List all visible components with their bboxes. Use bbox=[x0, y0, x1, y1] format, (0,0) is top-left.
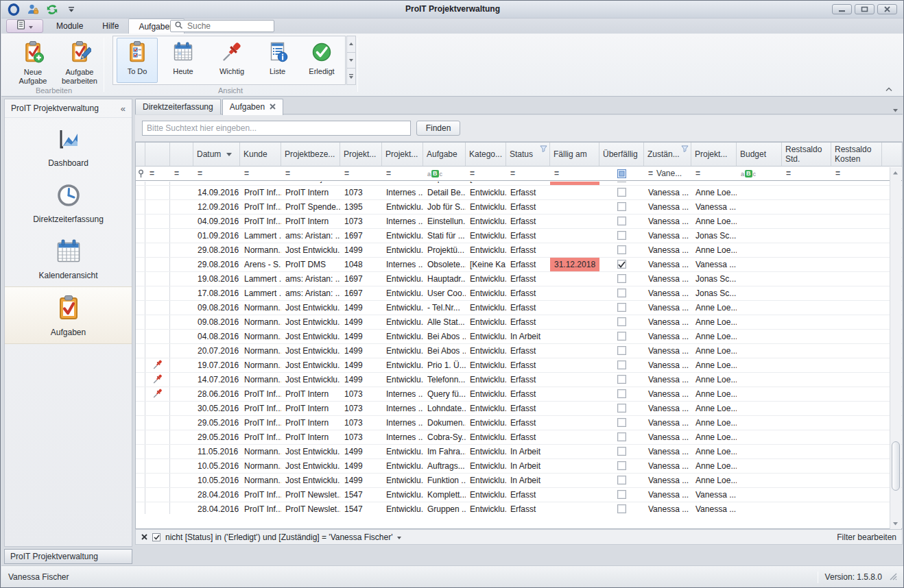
pin-cell[interactable] bbox=[145, 215, 170, 228]
ueberfaellig-checkbox[interactable] bbox=[617, 245, 626, 254]
cell-projektbez[interactable]: ProIT Intern bbox=[281, 402, 340, 415]
cell-datum[interactable]: 17.08.2016 bbox=[193, 286, 240, 300]
cell-flag[interactable] bbox=[170, 459, 193, 473]
cell-restsaldo-kosten[interactable] bbox=[831, 416, 882, 430]
table-row[interactable]: 17.08.2016Lammert ...ams: Aristan: ...16… bbox=[136, 286, 902, 301]
cell-projektnr[interactable]: 1547 bbox=[340, 488, 382, 502]
cell-aufgabe[interactable]: Dokumen... bbox=[423, 416, 466, 430]
pin-cell[interactable] bbox=[145, 182, 170, 185]
cell-kategorie[interactable]: Entwicklu... bbox=[466, 416, 506, 430]
cell-datum[interactable]: 10.05.2016 bbox=[193, 474, 240, 487]
cell-faellig[interactable] bbox=[550, 182, 599, 185]
cell-zustaendig[interactable]: Vanessa ... bbox=[644, 502, 691, 514]
cell-budget[interactable] bbox=[737, 474, 782, 487]
cell-restsaldo-kosten[interactable] bbox=[831, 200, 882, 214]
cell-projektleiter[interactable]: Anne Loe... bbox=[691, 416, 737, 430]
cell-aufgabe[interactable]: Komplett... bbox=[423, 488, 466, 502]
cell-projektbez[interactable]: ProIT Spende... bbox=[281, 200, 340, 214]
cell-faellig[interactable] bbox=[550, 387, 599, 401]
cell-projektleiter[interactable]: Anne Loe... bbox=[691, 301, 737, 315]
cell-budget[interactable] bbox=[737, 301, 782, 315]
cell-ueberfaellig[interactable] bbox=[599, 215, 644, 228]
cell-status[interactable]: Erfasst bbox=[506, 258, 550, 271]
cell-projektnr[interactable]: 1499 bbox=[340, 301, 382, 315]
cell-zustaendig[interactable]: Vanessa ... bbox=[644, 286, 691, 300]
cell-projektart[interactable]: Internes ... bbox=[382, 430, 423, 444]
cell-faellig[interactable] bbox=[550, 402, 599, 415]
cell-zustaendig[interactable]: Vanessa ... bbox=[644, 315, 691, 329]
cell-kategorie[interactable]: Entwicklu... bbox=[466, 445, 506, 458]
cell-status[interactable]: In Arbeit bbox=[506, 182, 550, 185]
cell-status[interactable]: Erfasst bbox=[506, 373, 550, 387]
doc-tab-aufgaben[interactable]: Aufgaben bbox=[222, 99, 283, 115]
column-header-kunde[interactable]: Kunde bbox=[240, 143, 281, 166]
filter-cell-aufgabe[interactable]: aBc bbox=[423, 167, 466, 180]
cell-aufgabe[interactable]: Projektü... bbox=[423, 243, 466, 257]
table-row[interactable]: 30.05.2016ProIT Inf...ProIT Intern1073In… bbox=[136, 402, 902, 416]
cell-flag[interactable] bbox=[170, 200, 193, 214]
cell-kunde[interactable]: Normann... bbox=[240, 344, 281, 358]
pin-cell[interactable] bbox=[145, 243, 170, 257]
resize-grip[interactable] bbox=[889, 572, 897, 583]
cell-zustaendig[interactable]: Vanessa ... bbox=[644, 416, 691, 430]
cell-zustaendig[interactable]: Vanessa ... bbox=[644, 182, 691, 185]
column-header-status[interactable]: Status bbox=[506, 143, 550, 166]
cell-status[interactable]: Erfasst bbox=[506, 243, 550, 257]
cell-status[interactable]: Erfasst bbox=[506, 229, 550, 243]
cell-budget[interactable] bbox=[737, 488, 782, 502]
cell-faellig[interactable] bbox=[550, 186, 599, 199]
cell-projektbez[interactable]: ProIT Newslet... bbox=[281, 488, 340, 502]
cell-budget[interactable] bbox=[737, 215, 782, 228]
cell-restsaldo-std[interactable] bbox=[782, 387, 831, 401]
column-header-projektbez[interactable]: Projektbeze... bbox=[281, 143, 340, 166]
cell-faellig[interactable] bbox=[550, 502, 599, 514]
cell-datum[interactable]: 14.07.2016 bbox=[193, 373, 240, 387]
cell-faellig[interactable] bbox=[550, 200, 599, 214]
cell-projektbez[interactable]: Jost Entwicklu... bbox=[281, 459, 340, 473]
cell-kategorie[interactable]: Entwicklu... bbox=[466, 459, 506, 473]
cell-kategorie[interactable]: Entwicklu... bbox=[466, 315, 506, 329]
cell-zustaendig[interactable]: Vanessa ... bbox=[644, 445, 691, 458]
cell-kunde[interactable]: ProIT Inf... bbox=[240, 488, 281, 502]
cell-projektbez[interactable]: Jost Entwicklu... bbox=[281, 301, 340, 315]
cell-status[interactable]: Erfasst bbox=[506, 387, 550, 401]
cell-flag[interactable] bbox=[170, 416, 193, 430]
filter-cell-projektleiter[interactable]: = bbox=[691, 167, 737, 180]
column-header-kategorie[interactable]: Katego... bbox=[466, 143, 506, 166]
table-row[interactable]: 28.04.2016ProIT Inf...ProIT Newslet...15… bbox=[136, 502, 902, 514]
cell-kunde[interactable]: ProIT Inf... bbox=[240, 186, 281, 199]
ueberfaellig-checkbox[interactable] bbox=[617, 274, 626, 283]
cell-ueberfaellig[interactable] bbox=[599, 182, 644, 185]
cell-zustaendig[interactable]: Vanessa ... bbox=[644, 330, 691, 343]
cell-restsaldo-std[interactable] bbox=[782, 186, 831, 199]
cell-projektnr[interactable]: 1395 bbox=[340, 200, 382, 214]
cell-kunde[interactable]: Arens - S... bbox=[240, 258, 281, 271]
cell-status[interactable]: Erfasst bbox=[506, 344, 550, 358]
cell-budget[interactable] bbox=[737, 258, 782, 271]
cell-projektnr[interactable]: 1042 bbox=[340, 182, 382, 185]
cell-budget[interactable] bbox=[737, 459, 782, 473]
ribbon-collapse-button[interactable] bbox=[883, 85, 894, 93]
cell-kunde[interactable]: Normann... bbox=[240, 373, 281, 387]
cell-flag[interactable] bbox=[170, 315, 193, 329]
ueberfaellig-checkbox[interactable] bbox=[617, 182, 626, 182]
ueberfaellig-checkbox[interactable] bbox=[617, 202, 626, 211]
cell-flag[interactable] bbox=[170, 258, 193, 271]
cell-projektnr[interactable]: 1499 bbox=[340, 445, 382, 458]
cell-restsaldo-std[interactable] bbox=[782, 344, 831, 358]
cell-budget[interactable] bbox=[737, 430, 782, 444]
cell-faellig[interactable]: 31.12.2018 bbox=[550, 258, 599, 271]
cell-flag[interactable] bbox=[170, 186, 193, 199]
cell-restsaldo-std[interactable] bbox=[782, 215, 831, 228]
pin-cell[interactable] bbox=[145, 402, 170, 415]
cell-status[interactable]: Erfasst bbox=[506, 186, 550, 199]
filter-cell-flag[interactable]: = bbox=[170, 167, 193, 180]
cell-status[interactable]: Erfasst bbox=[506, 358, 550, 372]
gallery-scroll-up[interactable] bbox=[347, 36, 355, 53]
ansicht-item-heute[interactable]: Heute bbox=[160, 38, 206, 83]
cell-ueberfaellig[interactable] bbox=[599, 430, 644, 444]
cell-kategorie[interactable]: Entwicklu... bbox=[466, 430, 506, 444]
cell-datum[interactable]: 29.05.2016 bbox=[193, 416, 240, 430]
cell-zustaendig[interactable]: Vanessa ... bbox=[644, 344, 691, 358]
cell-flag[interactable] bbox=[170, 402, 193, 415]
